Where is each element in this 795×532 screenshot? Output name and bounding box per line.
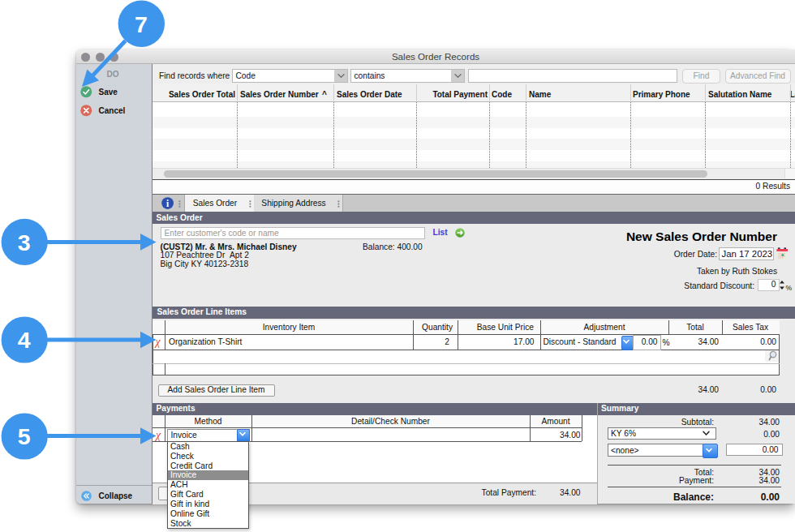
svg-text:4: 4 — [18, 327, 31, 353]
svg-text:5: 5 — [18, 423, 31, 449]
svg-text:3: 3 — [18, 230, 31, 255]
svg-text:7: 7 — [135, 11, 148, 37]
